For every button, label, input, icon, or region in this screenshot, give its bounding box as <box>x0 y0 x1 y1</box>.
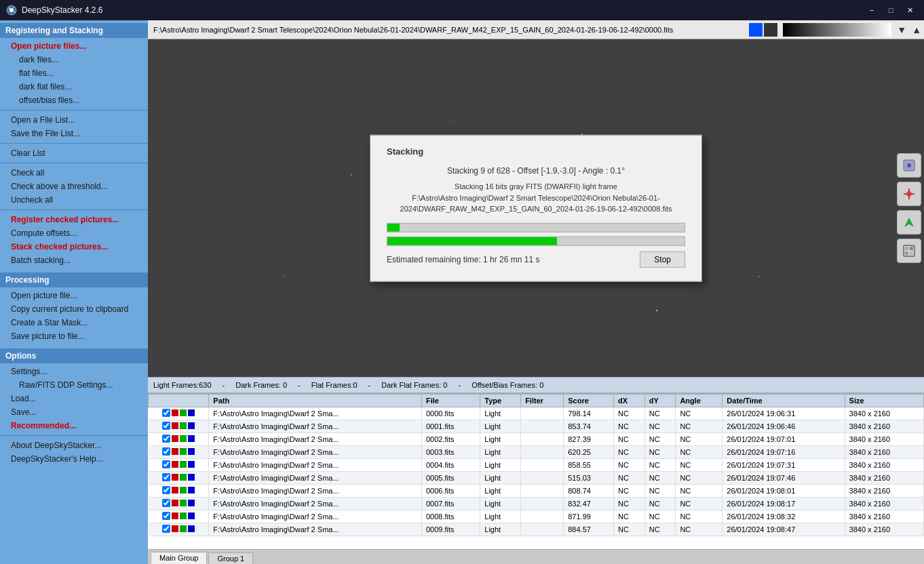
table-row[interactable]: F:\Astro\Astro Imaging\Dwarf 2 Sma...000… <box>149 485 924 498</box>
row-check-icons <box>162 409 195 417</box>
sidebar-item-save-file-list[interactable]: Save the File List... <box>0 127 148 140</box>
col-filter[interactable]: Filter <box>521 395 564 407</box>
red-square-icon <box>172 435 178 442</box>
sidebar-item-dark-files[interactable]: dark files... <box>0 53 148 66</box>
col-angle[interactable]: Angle <box>676 395 723 407</box>
table-row[interactable]: F:\Astro\Astro Imaging\Dwarf 2 Sma...000… <box>149 510 924 523</box>
sidebar-item-recommended[interactable]: Recommended... <box>0 419 148 432</box>
arrow-tool-button[interactable] <box>897 210 921 235</box>
red-square-icon <box>172 461 178 468</box>
row-checkbox[interactable] <box>162 525 170 533</box>
row-file: 0003.fits <box>421 446 480 459</box>
maximize-button[interactable]: □ <box>882 3 900 17</box>
table-row[interactable]: F:\Astro\Astro Imaging\Dwarf 2 Sma...000… <box>149 446 924 459</box>
select-tool-button[interactable] <box>897 153 921 178</box>
tab-group-1[interactable]: Group 1 <box>208 552 253 564</box>
row-checkbox[interactable] <box>162 473 170 481</box>
col-dy[interactable]: dY <box>644 395 676 407</box>
table-row[interactable]: F:\Astro\Astro Imaging\Dwarf 2 Sma...000… <box>149 407 924 420</box>
minimize-button[interactable]: − <box>863 3 881 17</box>
titlebar: DeepSkyStacker 4.2.6 − □ ✕ <box>0 0 924 20</box>
green-square-icon <box>180 512 187 519</box>
light-frames-count: Light Frames:630 <box>153 381 212 389</box>
gradient-bar[interactable] <box>783 23 891 37</box>
col-type[interactable]: Type <box>480 395 521 407</box>
row-check-icons <box>162 499 195 507</box>
svg-point-12 <box>351 174 352 176</box>
col-size[interactable]: Size <box>845 395 923 407</box>
red-square-icon <box>172 500 178 506</box>
svg-rect-29 <box>910 251 913 255</box>
sidebar-item-flat-files[interactable]: flat files... <box>0 66 148 80</box>
sidebar-item-dark-flat-files[interactable]: dark flat files... <box>0 80 148 94</box>
row-checkbox[interactable] <box>162 409 170 417</box>
sidebar-item-clear-list[interactable]: Clear List <box>0 146 148 160</box>
svg-point-2 <box>9 7 10 9</box>
blue-swatch[interactable] <box>749 23 763 37</box>
row-checkbox[interactable] <box>162 460 170 468</box>
table-row[interactable]: F:\Astro\Astro Imaging\Dwarf 2 Sma...000… <box>149 523 924 536</box>
row-checkbox[interactable] <box>162 486 170 494</box>
row-checkbox[interactable] <box>162 435 170 443</box>
col-path[interactable]: Path <box>209 395 422 407</box>
svg-point-16 <box>453 120 453 121</box>
row-dx: NC <box>614 433 645 446</box>
row-datetime: 26/01/2024 19:08:01 <box>723 485 845 498</box>
sidebar-item-load[interactable]: Load... <box>0 392 148 405</box>
sidebar-item-check-threshold[interactable]: Check above a threshold... <box>0 180 148 193</box>
col-score[interactable]: Score <box>564 395 614 407</box>
row-checkbox[interactable] <box>162 422 170 430</box>
sidebar-item-copy-clipboard[interactable]: Copy current picture to clipboard <box>0 302 148 316</box>
sidebar-item-batch-stacking[interactable]: Batch stacking... <box>0 254 148 267</box>
sidebar-item-raw-fits-ddp[interactable]: Raw/FITS DDP Settings... <box>0 378 148 392</box>
sidebar-item-uncheck-all[interactable]: Uncheck all <box>0 193 148 207</box>
tab-main-group[interactable]: Main Group <box>151 552 207 564</box>
app-icon <box>5 4 18 16</box>
row-checkbox-cell <box>149 510 209 523</box>
sidebar-item-stack[interactable]: Stack checked pictures... <box>0 240 148 254</box>
divider-2 <box>0 143 148 144</box>
red-square-icon <box>172 422 178 429</box>
close-button[interactable]: ✕ <box>901 3 919 17</box>
row-checkbox[interactable] <box>162 499 170 507</box>
sidebar-item-offset-bias-files[interactable]: offset/bias files... <box>0 94 148 107</box>
green-square-icon <box>180 461 187 468</box>
row-dy: NC <box>644 446 676 459</box>
row-size: 3840 x 2160 <box>845 498 923 510</box>
row-path: F:\Astro\Astro Imaging\Dwarf 2 Sma... <box>209 420 422 433</box>
row-checkbox[interactable] <box>162 512 170 520</box>
sidebar-item-about[interactable]: About DeepSkyStacker... <box>0 439 148 452</box>
image-tool-button[interactable] <box>897 239 921 263</box>
sidebar-item-open-picture[interactable]: Open picture file... <box>0 289 148 302</box>
col-file[interactable]: File <box>421 395 480 407</box>
table-row[interactable]: F:\Astro\Astro Imaging\Dwarf 2 Sma...000… <box>149 498 924 510</box>
sidebar-item-settings[interactable]: Settings... <box>0 365 148 378</box>
sidebar-item-open-file-list[interactable]: Open a File List... <box>0 113 148 127</box>
row-score: 884.57 <box>564 523 614 536</box>
dark-swatch[interactable] <box>764 23 777 37</box>
stop-button[interactable]: Stop <box>640 251 685 267</box>
blue-square-icon <box>188 448 195 455</box>
star-tool-button[interactable] <box>897 182 921 206</box>
row-path: F:\Astro\Astro Imaging\Dwarf 2 Sma... <box>209 510 422 523</box>
sidebar-item-register[interactable]: Register checked pictures... <box>0 213 148 226</box>
col-dx[interactable]: dX <box>614 395 645 407</box>
sidebar-item-save-picture[interactable]: Save picture to file... <box>0 329 148 343</box>
table-row[interactable]: F:\Astro\Astro Imaging\Dwarf 2 Sma...000… <box>149 472 924 485</box>
sidebar-item-help[interactable]: DeepSkyStacker's Help... <box>0 452 148 466</box>
table-row[interactable]: F:\Astro\Astro Imaging\Dwarf 2 Sma...000… <box>149 459 924 472</box>
table-row[interactable]: F:\Astro\Astro Imaging\Dwarf 2 Sma...000… <box>149 420 924 433</box>
row-path: F:\Astro\Astro Imaging\Dwarf 2 Sma... <box>209 472 422 485</box>
sidebar-item-check-all[interactable]: Check all <box>0 166 148 180</box>
red-square-icon <box>172 525 178 532</box>
table-header-row: Path File Type Filter Score dX dY Angle … <box>149 395 924 407</box>
row-checkbox[interactable] <box>162 447 170 456</box>
col-datetime[interactable]: Date/Time <box>723 395 845 407</box>
row-angle: NC <box>676 523 723 536</box>
sidebar-item-open-pictures[interactable]: Open picture files... <box>0 39 148 53</box>
sidebar-item-save[interactable]: Save... <box>0 405 148 419</box>
row-dx: NC <box>614 523 645 536</box>
sidebar-item-star-mask[interactable]: Create a Star Mask... <box>0 316 148 329</box>
sidebar-item-compute-offsets[interactable]: Compute offsets... <box>0 226 148 240</box>
table-row[interactable]: F:\Astro\Astro Imaging\Dwarf 2 Sma...000… <box>149 433 924 446</box>
